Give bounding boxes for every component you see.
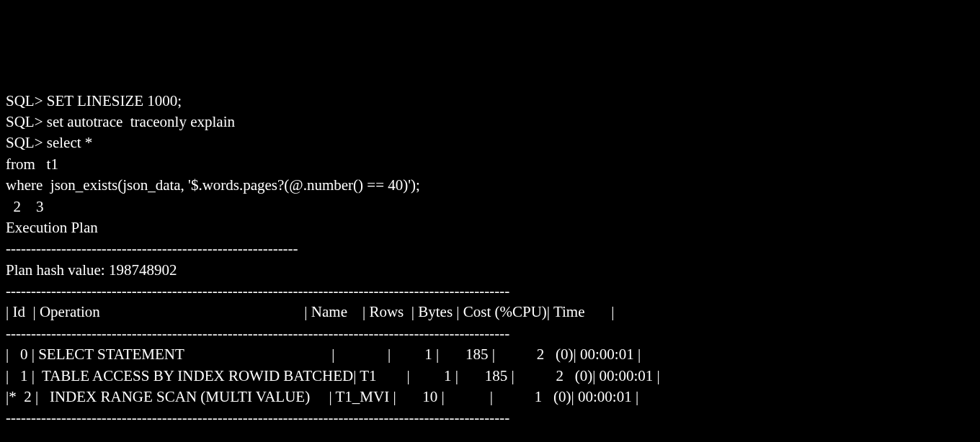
table-border-line: ----------------------------------------… xyxy=(6,323,974,344)
plan-hash-value: Plan hash value: 198748902 xyxy=(6,260,974,281)
sql-query-line: where json_exists(json_data, '$.words.pa… xyxy=(6,175,974,196)
sql-prompt-line: SQL> set autotrace traceonly explain xyxy=(6,112,974,132)
sql-continuation-line: 2 3 xyxy=(6,197,974,217)
table-row: |* 2 | INDEX RANGE SCAN (MULTI VALUE) | … xyxy=(6,387,974,407)
table-header-line: | Id | Operation | Name | Rows | Bytes |… xyxy=(6,302,974,323)
terminal-output: SQL> SET LINESIZE 1000;SQL> set autotrac… xyxy=(6,91,974,429)
table-row: | 0 | SELECT STATEMENT | | 1 | 185 | 2 (… xyxy=(6,344,974,365)
table-border-line: ----------------------------------------… xyxy=(6,281,974,302)
execution-plan-header: Execution Plan xyxy=(6,217,974,238)
table-border-line: ----------------------------------------… xyxy=(6,407,974,428)
sql-query-line: from t1 xyxy=(6,154,974,175)
divider-line: ----------------------------------------… xyxy=(6,238,974,259)
sql-prompt-line: SQL> SET LINESIZE 1000; xyxy=(6,91,974,112)
sql-prompt-line: SQL> select * xyxy=(6,132,974,153)
table-row: | 1 | TABLE ACCESS BY INDEX ROWID BATCHE… xyxy=(6,366,974,387)
